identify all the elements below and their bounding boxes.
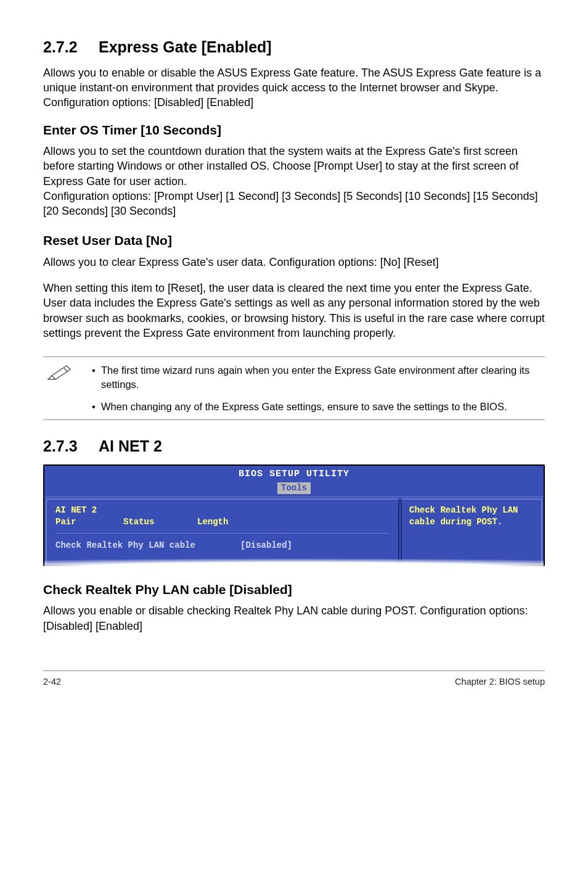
paragraph: Allows you enable or disable checking Re… (43, 603, 545, 633)
note-content: When changing any of the Express Gate se… (101, 400, 539, 413)
bios-panel: BIOS SETUP UTILITY Tools AI NET 2Pair St… (43, 464, 545, 566)
subsection-enter-os-timer: Enter OS Timer [10 Seconds] Allows you t… (43, 122, 545, 219)
paragraph: Allows you to enable or disable the ASUS… (43, 65, 545, 110)
chapter-label: Chapter 2: BIOS setup (455, 676, 545, 688)
section-2-7-3: 2.7.3AI NET 2 BIOS SETUP UTILITY Tools A… (43, 436, 545, 633)
bios-option-label: Check Realtek Phy LAN cable (55, 540, 240, 551)
section-number: 2.7.3 (43, 436, 99, 457)
bios-tab-tools: Tools (277, 482, 311, 494)
bullet-icon: • (86, 363, 101, 391)
bios-title: BIOS SETUP UTILITY (44, 466, 544, 481)
paragraph: Configuration options: [Prompt User] [1 … (43, 189, 545, 219)
note-box: • The first time wizard runs again when … (43, 357, 545, 420)
svg-line-0 (52, 376, 55, 379)
section-number: 2.7.2 (43, 37, 99, 58)
bios-header-status: Status (123, 505, 197, 528)
subsection-check-realtek: Check Realtek Phy LAN cable [Disabled] A… (43, 581, 545, 633)
bios-tab-row: Tools (44, 479, 544, 494)
bios-body: AI NET 2Pair Status Length Check Realtek… (44, 497, 544, 565)
note-text: • When changing any of the Express Gate … (86, 400, 545, 413)
note-content: The first time wizard runs again when yo… (101, 363, 539, 391)
bios-left-pane: AI NET 2Pair Status Length Check Realtek… (46, 498, 399, 565)
note-item: • When changing any of the Express Gate … (43, 400, 545, 413)
subsection-heading: Enter OS Timer [10 Seconds] (43, 122, 545, 139)
subsection-heading: Reset User Data [No] (43, 232, 545, 249)
bios-screenshot: BIOS SETUP UTILITY Tools AI NET 2Pair St… (43, 464, 545, 566)
bios-divider (55, 533, 390, 534)
bios-help-pane: Check Realtek Phy LAN cable during POST. (401, 498, 542, 565)
section-title: Express Gate [Enabled] (99, 38, 272, 56)
section-heading: 2.7.2Express Gate [Enabled] (43, 37, 545, 58)
bios-column-headers: AI NET 2Pair Status Length (55, 505, 390, 528)
section-title: AI NET 2 (99, 437, 162, 455)
paragraph: Allows you to clear Express Gate's user … (43, 255, 545, 270)
bios-help-text: Check Realtek Phy LAN cable during POST. (409, 505, 518, 527)
subsection-reset-user-data: Reset User Data [No] Allows you to clear… (43, 232, 545, 340)
pencil-note-icon (43, 363, 74, 385)
note-text: • The first time wizard runs again when … (86, 363, 545, 391)
page-footer: 2-42 Chapter 2: BIOS setup (43, 670, 545, 688)
section-heading: 2.7.3AI NET 2 (43, 436, 545, 457)
bios-header-pair: AI NET 2Pair (55, 505, 123, 528)
paragraph: When setting this item to [Reset], the u… (43, 281, 545, 340)
section-2-7-2: 2.7.2Express Gate [Enabled] Allows you t… (43, 37, 545, 340)
paragraph: Allows you to set the countdown duration… (43, 144, 545, 189)
subsection-heading: Check Realtek Phy LAN cable [Disabled] (43, 581, 545, 598)
page-number: 2-42 (43, 676, 61, 688)
bullet-icon: • (86, 400, 101, 413)
note-item: • The first time wizard runs again when … (43, 363, 545, 391)
svg-line-1 (64, 368, 68, 372)
bios-header-length: Length (197, 505, 271, 528)
bios-option-row: Check Realtek Phy LAN cable [Disabled] (55, 540, 390, 551)
bios-option-value: [Disabled] (240, 540, 292, 551)
